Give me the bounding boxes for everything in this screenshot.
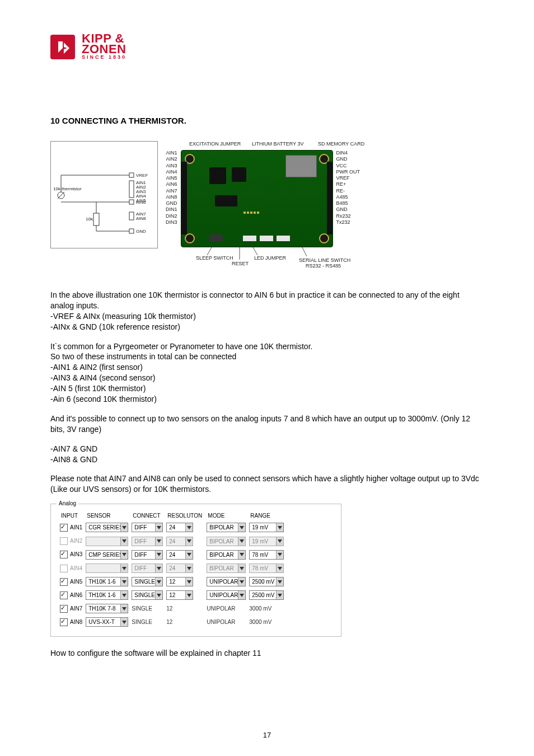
checkbox[interactable]	[60, 591, 68, 599]
chevron-down-icon	[155, 591, 162, 599]
analog-row: AIN2DIFF24BIPOLAR19 mV	[60, 536, 284, 546]
select[interactable]: 12	[166, 577, 193, 586]
chevron-down-icon	[185, 551, 193, 559]
select[interactable]: 19 mV	[249, 523, 284, 532]
chevron-down-icon	[276, 564, 283, 572]
board-figure: EXCITATION JUMPER LITHIUM BATTERY 3V SD …	[166, 141, 484, 270]
checkbox	[60, 565, 68, 572]
board-top-labels: EXCITATION JUMPER LITHIUM BATTERY 3V SD …	[166, 141, 484, 147]
select[interactable]: BIPOLAR	[207, 523, 246, 532]
input-label: AIN3	[70, 551, 82, 557]
sch-vref: VREF	[136, 173, 148, 178]
range-static: 3000 mV	[249, 604, 284, 613]
chevron-down-icon	[120, 564, 128, 572]
select[interactable]: 24	[166, 550, 193, 560]
select: BIPOLAR	[207, 537, 246, 546]
checkbox[interactable]	[60, 551, 68, 558]
select[interactable]: CMP SERIES	[86, 550, 128, 560]
lbl-battery: LITHIUM BATTERY 3V	[252, 141, 318, 147]
select[interactable]: CGR SERIES	[86, 523, 128, 532]
chevron-down-icon	[276, 591, 283, 599]
logo-text: KIPP & ZONEN SINCE 1830	[82, 34, 127, 60]
input-label: AIN7	[70, 605, 82, 611]
logo-line2: ZONEN	[82, 44, 127, 55]
checkbox[interactable]	[60, 618, 68, 626]
page-number: 17	[0, 731, 534, 739]
chevron-down-icon	[120, 577, 128, 586]
analog-row: AIN6TH10K 1-6SINGLE12UNIPOLAR2500 mV	[60, 590, 284, 600]
select[interactable]: DIFF	[132, 550, 163, 560]
select[interactable]: 2500 mV	[249, 577, 284, 586]
input-label: AIN4	[70, 565, 82, 571]
board-bottom-labels: SLEEP SWITCH LED JUMPER RESET SERIAL LIN…	[166, 247, 484, 270]
chevron-down-icon	[185, 523, 193, 532]
brand-logo: KIPP & ZONEN SINCE 1830	[50, 34, 484, 60]
lbl-sd: SD MEMORY CARD	[318, 141, 364, 147]
checkbox	[60, 537, 68, 545]
lbl-reset: RESET	[232, 261, 249, 266]
sch-r10k: 10k	[86, 217, 93, 222]
select[interactable]: 24	[166, 523, 193, 532]
paragraph-3: And it's possible to connect up to two s…	[50, 414, 484, 435]
svg-rect-13	[129, 212, 134, 220]
mode-static: UNIPOLAR	[207, 604, 246, 613]
sch-ain6: AIN6	[136, 200, 146, 205]
svg-rect-11	[129, 181, 134, 198]
chevron-down-icon	[185, 577, 193, 586]
svg-rect-14	[129, 229, 134, 233]
document-page: KIPP & ZONEN SINCE 1830 10 CONNECTING A …	[0, 0, 534, 756]
lbl-led: LED JUMPER	[254, 255, 286, 261]
select: 19 mV	[249, 537, 284, 546]
select: 78 mV	[249, 564, 284, 573]
range-static: 3000 mV	[249, 617, 284, 627]
select[interactable]: 12	[166, 590, 193, 600]
select[interactable]: TH10K 1-6	[86, 577, 128, 586]
select[interactable]: UVS-XX-T	[86, 617, 128, 627]
svg-line-16	[253, 247, 257, 255]
schematic-figure: 10k thermistor VREF AIN1 AIN2 AIN3 AIN4 …	[50, 141, 158, 248]
select	[86, 564, 128, 573]
hdr-connect: CONNECT	[132, 513, 163, 519]
figure-row: 10k thermistor VREF AIN1 AIN2 AIN3 AIN4 …	[50, 141, 484, 270]
select[interactable]: 2500 mV	[249, 590, 284, 600]
chevron-down-icon	[185, 591, 193, 599]
lbl-serial1: SERIAL LINE SWITCH	[299, 257, 350, 263]
chevron-down-icon	[120, 618, 128, 626]
input-label: AIN2	[70, 538, 82, 544]
connect-static: SINGLE	[132, 617, 163, 627]
hdr-resolution: RESOLUTON	[166, 513, 203, 519]
chevron-down-icon	[238, 523, 246, 532]
select	[86, 537, 128, 546]
select[interactable]: SINGLE	[132, 577, 163, 586]
select[interactable]: BIPOLAR	[207, 550, 246, 560]
analog-header-row: INPUT SENSOR CONNECT RESOLUTON MODE RANG…	[60, 513, 284, 519]
select[interactable]: TH10K 7-8	[86, 604, 128, 613]
select[interactable]: SINGLE	[132, 590, 163, 600]
chevron-down-icon	[155, 523, 162, 532]
paragraph-1: In the above illustration one 10K thermi…	[50, 290, 484, 332]
hdr-sensor: SENSOR	[86, 513, 128, 519]
right-pin-column: DIN4 GND VCC PWR OUT VREF RE+ RE- A485 B…	[336, 150, 360, 226]
connect-static: SINGLE	[132, 604, 163, 613]
pcb-image	[181, 150, 333, 247]
select[interactable]: UNIPOLAR	[207, 577, 246, 586]
chevron-down-icon	[155, 537, 162, 546]
select[interactable]: UNIPOLAR	[207, 590, 246, 600]
select[interactable]: 78 mV	[249, 550, 284, 560]
lbl-serial2: RS232 - RS485	[306, 263, 341, 269]
chevron-down-icon	[238, 577, 246, 586]
checkbox[interactable]	[60, 578, 68, 586]
checkbox[interactable]	[60, 605, 68, 613]
analog-row: AIN8UVS-XX-TSINGLE12UNIPOLAR3000 mV	[60, 617, 284, 627]
resolution-static: 12	[166, 604, 203, 613]
analog-row: AIN7TH10K 7-8SINGLE12UNIPOLAR3000 mV	[60, 604, 284, 613]
select[interactable]: DIFF	[132, 523, 163, 532]
checkbox[interactable]	[60, 524, 68, 532]
chevron-down-icon	[120, 537, 128, 546]
hdr-mode: MODE	[207, 513, 246, 519]
chevron-down-icon	[276, 523, 283, 532]
input-label: AIN5	[70, 578, 82, 584]
analog-row: AIN3CMP SERIESDIFF24BIPOLAR78 mV	[60, 550, 284, 560]
analog-row: AIN5TH10K 1-6SINGLE12UNIPOLAR2500 mV	[60, 577, 284, 586]
select[interactable]: TH10K 1-6	[86, 590, 128, 600]
